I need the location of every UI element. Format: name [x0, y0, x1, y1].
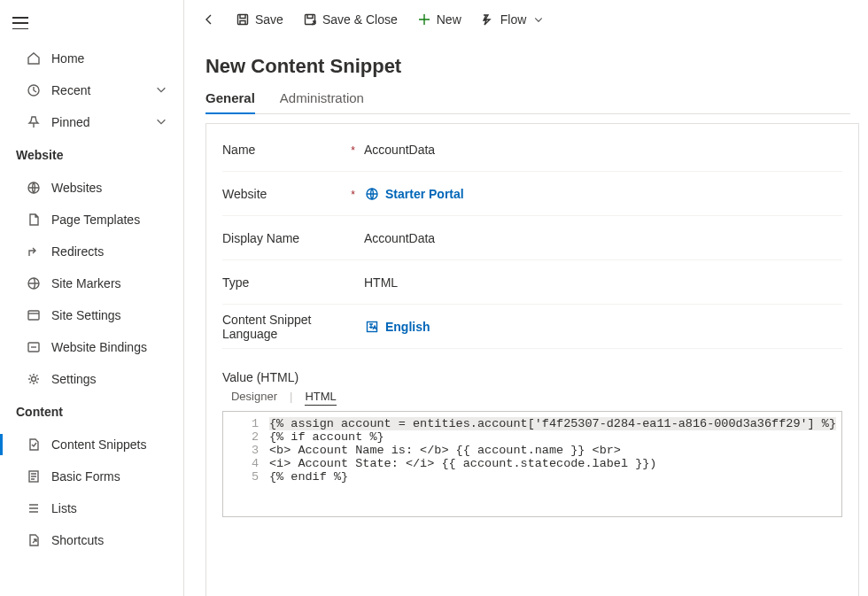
- hamburger-button[interactable]: [12, 17, 28, 29]
- field-display-name-label: Display Name: [222, 231, 364, 245]
- svg-rect-7: [237, 15, 247, 25]
- section-website: Website: [0, 138, 183, 172]
- nav-pinned[interactable]: Pinned: [0, 106, 183, 138]
- globe-icon: [27, 181, 51, 195]
- nav-websites[interactable]: Websites: [0, 172, 183, 204]
- back-arrow-icon: [202, 12, 216, 27]
- nav-pinned-label: Pinned: [51, 115, 155, 129]
- site-settings-icon: [27, 308, 51, 322]
- editor-gutter: 1 2 3 4 5: [223, 412, 266, 516]
- svg-point-5: [32, 377, 36, 382]
- tab-administration[interactable]: Administration: [280, 90, 364, 114]
- editor-code[interactable]: {% assign account = entities.account['f4…: [266, 412, 841, 516]
- gear-icon: [27, 372, 51, 386]
- bindings-icon: [27, 340, 51, 354]
- new-label: New: [437, 12, 461, 27]
- nav-page-templates[interactable]: Page Templates: [0, 204, 183, 236]
- save-close-label: Save & Close: [322, 12, 398, 27]
- page-title: New Content Snippet: [205, 55, 850, 78]
- nav-recent[interactable]: Recent: [0, 74, 183, 106]
- main-content: Save Save & Close New Flow New Content S…: [184, 0, 868, 596]
- nav-websites-label: Websites: [51, 181, 167, 195]
- globe-icon: [27, 276, 51, 290]
- snippet-icon: [27, 437, 51, 452]
- field-language[interactable]: Content Snippet Language English: [222, 305, 842, 349]
- field-display-name[interactable]: Display Name AccountData: [222, 216, 842, 260]
- form-icon: [27, 469, 51, 484]
- field-type-value: HTML: [364, 275, 842, 290]
- page-icon: [27, 213, 51, 227]
- nav-shortcuts-label: Shortcuts: [51, 533, 167, 547]
- nav-content-snippets-label: Content Snippets: [51, 437, 167, 452]
- nav-website-bindings[interactable]: Website Bindings: [0, 331, 183, 363]
- command-bar: Save Save & Close New Flow: [184, 0, 868, 39]
- nav-home-label: Home: [51, 51, 167, 66]
- section-content: Content: [0, 395, 183, 429]
- field-website[interactable]: Website* Starter Portal: [222, 172, 842, 216]
- shortcut-icon: [27, 533, 51, 547]
- field-name-label: Name*: [222, 143, 364, 157]
- subtab-html[interactable]: HTML: [305, 390, 336, 406]
- flow-label: Flow: [500, 12, 527, 27]
- svg-rect-3: [28, 311, 39, 320]
- back-button[interactable]: [193, 4, 225, 35]
- nav-lists-label: Lists: [51, 501, 167, 515]
- home-icon: [27, 51, 51, 66]
- language-lookup[interactable]: English: [364, 319, 430, 335]
- flow-button[interactable]: Flow: [472, 4, 555, 35]
- tab-general[interactable]: General: [205, 90, 255, 114]
- field-website-label: Website*: [222, 187, 364, 201]
- new-button[interactable]: New: [408, 4, 470, 35]
- nav-website-bindings-label: Website Bindings: [51, 340, 167, 354]
- redirect-icon: [27, 244, 51, 259]
- clock-icon: [27, 83, 51, 97]
- nav-settings[interactable]: Settings: [0, 363, 183, 395]
- save-button[interactable]: Save: [227, 4, 292, 35]
- nav-site-settings[interactable]: Site Settings: [0, 299, 183, 331]
- field-name-value: AccountData: [364, 143, 842, 157]
- plus-icon: [417, 12, 431, 27]
- pin-icon: [27, 115, 51, 129]
- field-display-name-value: AccountData: [364, 231, 842, 245]
- website-lookup-text: Starter Portal: [385, 187, 464, 201]
- save-label: Save: [255, 12, 283, 27]
- nav-redirects-label: Redirects: [51, 244, 167, 259]
- value-section-label: Value (HTML): [222, 370, 842, 384]
- nav-redirects[interactable]: Redirects: [0, 236, 183, 267]
- nav-page-templates-label: Page Templates: [51, 213, 167, 227]
- language-lookup-text: English: [385, 320, 430, 334]
- globe-icon: [364, 186, 380, 202]
- list-icon: [27, 501, 51, 515]
- nav-site-settings-label: Site Settings: [51, 308, 167, 322]
- form-body: Name* AccountData Website* Starter Porta…: [205, 123, 859, 596]
- field-name[interactable]: Name* AccountData: [222, 128, 842, 172]
- save-close-icon: [303, 12, 317, 27]
- nav-basic-forms-label: Basic Forms: [51, 469, 167, 484]
- nav-content-snippets[interactable]: Content Snippets: [0, 429, 183, 461]
- field-type[interactable]: Type HTML: [222, 260, 842, 305]
- editor-subtabs: Designer | HTML: [222, 390, 842, 406]
- website-lookup[interactable]: Starter Portal: [364, 186, 464, 202]
- sidebar: Home Recent Pinned Website Websites Page…: [0, 0, 184, 596]
- form-tabs: General Administration: [205, 90, 850, 114]
- nav-basic-forms[interactable]: Basic Forms: [0, 461, 183, 492]
- field-type-label: Type: [222, 275, 364, 290]
- subtab-designer[interactable]: Designer: [231, 390, 277, 406]
- nav-site-markers-label: Site Markers: [51, 276, 167, 290]
- nav-lists[interactable]: Lists: [0, 492, 183, 524]
- nav-shortcuts[interactable]: Shortcuts: [0, 524, 183, 556]
- flow-icon: [481, 12, 495, 27]
- chevron-down-icon: [155, 83, 167, 98]
- save-icon: [236, 12, 250, 27]
- chevron-down-icon: [531, 12, 546, 27]
- nav-settings-label: Settings: [51, 372, 167, 386]
- html-editor[interactable]: 1 2 3 4 5 {% assign account = entities.a…: [222, 411, 842, 517]
- save-close-button[interactable]: Save & Close: [294, 4, 407, 35]
- chevron-down-icon: [155, 115, 167, 130]
- nav-site-markers[interactable]: Site Markers: [0, 267, 183, 299]
- field-language-label: Content Snippet Language: [222, 313, 364, 341]
- language-icon: [364, 319, 380, 335]
- nav-recent-label: Recent: [51, 83, 155, 97]
- nav-home[interactable]: Home: [0, 43, 183, 74]
